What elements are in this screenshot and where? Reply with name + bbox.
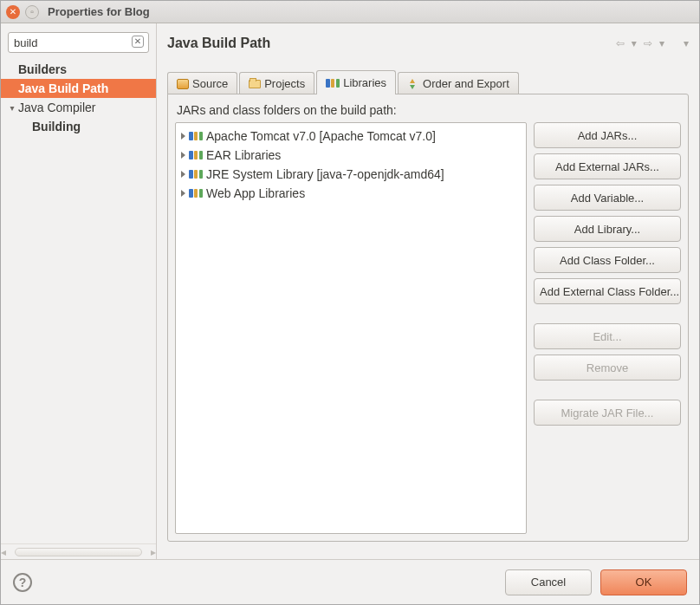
library-label: Apache Tomcat v7.0 [Apache Tomcat v7.0]: [206, 129, 436, 143]
tab-label: Libraries: [343, 76, 386, 89]
tree-item-label: Java Compiler: [18, 101, 95, 114]
projects-folder-icon: [249, 80, 261, 88]
back-icon[interactable]: ⇦: [616, 37, 625, 49]
ok-button[interactable]: OK: [600, 569, 687, 595]
tab-body: JARs and class folders on the build path…: [167, 94, 689, 542]
tree-item-label: Java Build Path: [18, 81, 108, 95]
scroll-thumb[interactable]: [15, 548, 142, 556]
add-external-jars-button[interactable]: Add External JARs...: [534, 153, 681, 179]
expand-icon[interactable]: [181, 133, 185, 140]
window-title: Properties for Blog: [48, 5, 150, 18]
forward-icon[interactable]: ⇨: [644, 37, 652, 49]
filter-input[interactable]: [8, 32, 149, 53]
expand-icon[interactable]: [181, 171, 185, 178]
tab-projects[interactable]: Projects: [239, 72, 314, 94]
tab-label: Order and Export: [423, 77, 509, 90]
library-item[interactable]: Web App Libraries: [176, 184, 526, 203]
library-label: EAR Libraries: [206, 148, 281, 162]
sidebar-scrollbar[interactable]: ◂ ▸: [1, 543, 156, 559]
properties-dialog: ✕ ▫ Properties for Blog ✕ BuildersJava B…: [0, 0, 700, 605]
tree-item-label: Builders: [18, 62, 67, 76]
tab-description: JARs and class folders on the build path…: [177, 103, 681, 117]
help-icon[interactable]: ?: [13, 573, 32, 592]
libraries-icon: [326, 79, 340, 88]
add-library-button[interactable]: Add Library...: [534, 216, 681, 242]
titlebar: ✕ ▫ Properties for Blog: [1, 1, 699, 23]
forward-menu-icon[interactable]: ▾: [659, 37, 664, 49]
library-icon: [189, 151, 203, 159]
tab-source[interactable]: Source: [167, 72, 237, 94]
cancel-button[interactable]: Cancel: [505, 569, 592, 595]
clear-filter-icon[interactable]: ✕: [132, 36, 144, 48]
library-item[interactable]: JRE System Library [java-7-openjdk-amd64…: [176, 165, 526, 184]
minimize-icon[interactable]: ▫: [25, 5, 39, 19]
expand-icon[interactable]: [181, 152, 185, 159]
button-column: Add JARs... Add External JARs... Add Var…: [534, 122, 681, 534]
tabstrip: Source Projects Libraries Order and Expo…: [167, 70, 689, 94]
content-area: ✕ BuildersJava Build Path▾Java CompilerB…: [1, 23, 699, 559]
dialog-button-bar: ? Cancel OK: [1, 559, 699, 604]
add-class-folder-button[interactable]: Add Class Folder...: [534, 247, 681, 273]
tree-item[interactable]: ▾Java Compiler: [1, 98, 156, 117]
library-label: Web App Libraries: [206, 186, 305, 200]
tree-item-label: Building: [32, 120, 81, 133]
tab-order-export[interactable]: Order and Export: [398, 72, 519, 94]
add-jars-button[interactable]: Add JARs...: [534, 122, 681, 148]
scroll-right-icon[interactable]: ▸: [151, 546, 156, 558]
tab-label: Source: [192, 77, 228, 90]
add-variable-button[interactable]: Add Variable...: [534, 185, 681, 211]
jar-list[interactable]: Apache Tomcat v7.0 [Apache Tomcat v7.0]E…: [175, 122, 527, 534]
filter-search-box: ✕: [8, 32, 149, 53]
migrate-jar-button: Migrate JAR File...: [534, 400, 681, 426]
library-label: JRE System Library [java-7-openjdk-amd64…: [206, 167, 444, 181]
scroll-left-icon[interactable]: ◂: [1, 546, 6, 558]
expand-icon[interactable]: [181, 190, 185, 197]
remove-button: Remove: [534, 355, 681, 381]
tab-area: Source Projects Libraries Order and Expo…: [167, 70, 689, 542]
tree-item[interactable]: Java Build Path: [1, 79, 156, 98]
library-item[interactable]: Apache Tomcat v7.0 [Apache Tomcat v7.0]: [176, 127, 526, 146]
history-nav: ⇦ ▾ ⇨ ▾ ▾: [616, 37, 689, 49]
library-icon: [189, 189, 203, 198]
library-icon: [189, 170, 203, 179]
add-external-class-folder-button[interactable]: Add External Class Folder...: [534, 278, 681, 304]
tab-label: Projects: [264, 77, 305, 90]
expand-icon[interactable]: ▾: [6, 103, 18, 113]
sidebar: ✕ BuildersJava Build Path▾Java CompilerB…: [1, 23, 157, 559]
library-icon: [189, 132, 203, 140]
edit-button: Edit...: [534, 323, 681, 349]
tree-item[interactable]: Building: [1, 117, 156, 136]
panel-header: Java Build Path ⇦ ▾ ⇨ ▾ ▾: [167, 29, 689, 58]
category-tree[interactable]: BuildersJava Build Path▾Java CompilerBui…: [1, 58, 156, 543]
library-item[interactable]: EAR Libraries: [176, 146, 526, 165]
main-panel: Java Build Path ⇦ ▾ ⇨ ▾ ▾ Source: [157, 23, 699, 559]
source-folder-icon: [177, 79, 189, 89]
order-export-icon: [407, 79, 419, 89]
tab-libraries[interactable]: Libraries: [316, 70, 396, 94]
page-title: Java Build Path: [167, 36, 270, 51]
tree-item[interactable]: Builders: [1, 60, 156, 79]
close-icon[interactable]: ✕: [6, 5, 20, 19]
back-menu-icon[interactable]: ▾: [632, 37, 637, 49]
view-menu-icon[interactable]: ▾: [684, 37, 689, 49]
